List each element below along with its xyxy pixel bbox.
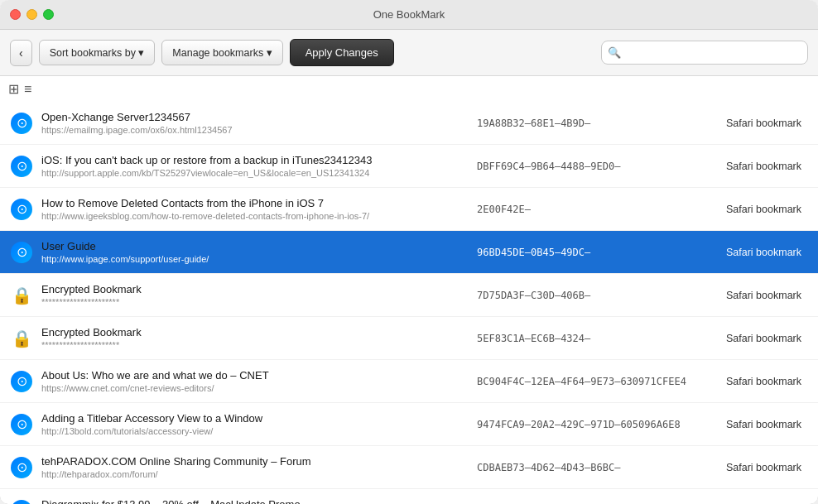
bookmark-url: ********************** — [41, 297, 469, 307]
bookmark-url: https://emailmg.ipage.com/ox6/ox.html123… — [41, 125, 469, 135]
bookmark-type: Safari bookmark — [700, 376, 808, 387]
bookmark-type: Safari bookmark — [700, 161, 808, 172]
bookmark-title: Diagrammix for $13.99 – 30% off – MacUpd… — [41, 498, 469, 504]
bookmark-uuid: CDBAEB73–4D62–4D43–B6BC– — [469, 462, 700, 473]
bookmark-title: Open-Xchange Server1234567 — [41, 111, 469, 123]
bookmark-uuid: 9474FCA9–20A2–429C–971D–605096A6E8 — [469, 419, 700, 430]
lock-icon: 🔒 — [11, 285, 32, 306]
bookmark-uuid: 19A88B32–68E1–4B9D– — [469, 118, 700, 129]
lock-icon: 🔒 — [11, 328, 32, 349]
table-row[interactable]: Diagrammix for $13.99 – 30% off – MacUpd… — [0, 489, 818, 504]
bookmark-title: Encrypted Bookmark — [41, 283, 469, 295]
grid-view-icon[interactable]: ⊞ — [8, 81, 19, 97]
bookmark-type: Safari bookmark — [700, 419, 808, 430]
safari-icon — [11, 414, 32, 435]
app-window: One BookMark ‹ Sort bookmarks by ▾ Manag… — [0, 0, 818, 504]
bookmark-title: How to Remove Deleted Contacts from the … — [41, 197, 469, 209]
traffic-lights — [10, 9, 54, 20]
search-icon: 🔍 — [608, 46, 621, 59]
bookmark-type: Safari bookmark — [700, 204, 808, 215]
bookmark-url: http://13bold.com/tutorials/accessory-vi… — [41, 426, 469, 436]
bookmark-type: Safari bookmark — [700, 118, 808, 129]
bookmark-uuid: 5EF83C1A–EC6B–4324– — [469, 333, 700, 344]
safari-icon — [11, 156, 32, 177]
table-row[interactable]: Adding a Titlebar Accessory View to a Wi… — [0, 403, 818, 446]
bookmark-title: User Guide — [41, 240, 469, 252]
safari-icon — [11, 457, 32, 478]
back-button[interactable]: ‹ — [10, 40, 32, 66]
apply-changes-button[interactable]: Apply Changes — [290, 39, 394, 66]
manage-bookmarks-button[interactable]: Manage bookmarks ▾ — [161, 40, 282, 65]
bookmark-url: http://support.apple.com/kb/TS25297viewl… — [41, 168, 469, 178]
close-button[interactable] — [10, 9, 21, 20]
table-row[interactable]: 🔒Encrypted Bookmark*********************… — [0, 317, 818, 360]
bookmark-type: Safari bookmark — [700, 290, 808, 301]
bookmark-uuid: DBFF69C4–9B64–4488–9ED0– — [469, 161, 700, 172]
table-row[interactable]: User Guidehttp://www.ipage.com/support/u… — [0, 231, 818, 274]
safari-icon — [11, 242, 32, 263]
view-toggle-bar: ⊞ ≡ — [0, 76, 818, 102]
table-row[interactable]: How to Remove Deleted Contacts from the … — [0, 188, 818, 231]
bookmark-url: ********************** — [41, 340, 469, 350]
bookmark-title: About Us: Who we are and what we do – CN… — [41, 369, 469, 382]
list-view-icon[interactable]: ≡ — [24, 82, 31, 97]
search-wrapper: 🔍 — [601, 41, 808, 65]
bookmark-type: Safari bookmark — [700, 462, 808, 473]
bookmark-url: https://www.cnet.com/cnet-reviews-editor… — [41, 383, 469, 393]
sort-bookmarks-button[interactable]: Sort bookmarks by ▾ — [39, 40, 156, 65]
bookmark-title: iOS: If you can't back up or restore fro… — [41, 154, 469, 166]
safari-icon — [11, 371, 32, 392]
bookmark-title: Encrypted Bookmark — [41, 326, 469, 338]
bookmark-uuid: 2E00F42E– — [469, 204, 700, 215]
safari-icon — [11, 199, 32, 220]
bookmark-uuid: BC904F4C–12EA–4F64–9E73–630971CFEE4 — [469, 376, 700, 387]
minimize-button[interactable] — [26, 9, 37, 20]
safari-icon — [11, 113, 32, 134]
bookmark-title: Adding a Titlebar Accessory View to a Wi… — [41, 412, 469, 425]
bookmark-type: Safari bookmark — [700, 247, 808, 258]
table-row[interactable]: Open-Xchange Server1234567https://emailm… — [0, 102, 818, 145]
table-row[interactable]: About Us: Who we are and what we do – CN… — [0, 360, 818, 403]
titlebar: One BookMark — [0, 0, 818, 30]
back-icon: ‹ — [19, 46, 23, 60]
table-row[interactable]: iOS: If you can't back up or restore fro… — [0, 145, 818, 188]
bookmark-url: http://www.ipage.com/support/user-guide/ — [41, 254, 469, 264]
bookmark-uuid: 7D75DA3F–C30D–406B– — [469, 290, 700, 301]
table-row[interactable]: 🔒Encrypted Bookmark*********************… — [0, 274, 818, 317]
bookmark-type: Safari bookmark — [700, 333, 808, 344]
search-input[interactable] — [601, 41, 808, 65]
bookmark-uuid: 96BD45DE–0B45–49DC– — [469, 247, 700, 258]
maximize-button[interactable] — [43, 9, 54, 20]
bookmark-title: tehPARADOX.COM Online Sharing Community … — [41, 455, 469, 468]
safari-icon — [11, 500, 32, 505]
window-title: One BookMark — [373, 8, 445, 21]
bookmark-list: Open-Xchange Server1234567https://emailm… — [0, 102, 818, 504]
bookmark-url: http://www.igeeksblog.com/how-to-remove-… — [41, 211, 469, 221]
toolbar: ‹ Sort bookmarks by ▾ Manage bookmarks ▾… — [0, 30, 818, 76]
table-row[interactable]: tehPARADOX.COM Online Sharing Community … — [0, 446, 818, 489]
bookmark-url: http://tehparadox.com/forum/ — [41, 469, 469, 479]
